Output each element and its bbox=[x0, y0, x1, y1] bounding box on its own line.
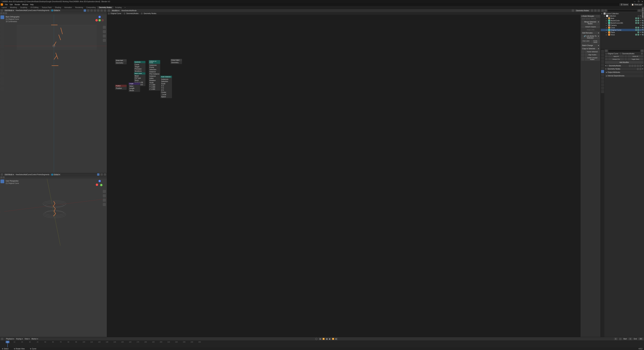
wrangler-detach-outputs[interactable]: Detach Outputs bbox=[581, 25, 600, 28]
overlay-toggle-icon[interactable] bbox=[100, 173, 103, 176]
node-group_output[interactable]: Group OutputGeometry bbox=[170, 59, 182, 64]
tool-draw[interactable] bbox=[0, 50, 4, 54]
wrangler-copy-to-selected[interactable]: Copy to Selected▾ bbox=[581, 47, 600, 50]
node-canvas[interactable]: Group InputGeometrySubdivideCurveTargetP… bbox=[107, 15, 580, 337]
wrangler-align-nodes[interactable]: Align Nodes bbox=[585, 53, 600, 56]
tool-handle[interactable] bbox=[0, 81, 4, 85]
play-icon[interactable]: ▶ bbox=[328, 338, 331, 340]
menu-select[interactable]: Select bbox=[125, 10, 130, 11]
pan-icon[interactable] bbox=[103, 30, 106, 33]
menu-segments[interactable]: Segments bbox=[42, 9, 49, 11]
wrangler-icon[interactable] bbox=[581, 56, 584, 61]
workspace-tab-geometry-nodes[interactable]: Geometry Nodes bbox=[97, 6, 113, 9]
prop-tab-constraint[interactable] bbox=[601, 80, 604, 83]
xray-toggle-icon[interactable] bbox=[90, 9, 93, 12]
node-scale_inst[interactable]: Scale InstancesInstancesSelectionScaleX … bbox=[160, 76, 172, 98]
tool-measure[interactable] bbox=[0, 45, 4, 48]
tool-rotate[interactable] bbox=[0, 192, 4, 196]
pin-icon[interactable] bbox=[641, 53, 643, 55]
prop-tab-modifier[interactable] bbox=[601, 70, 604, 73]
menu-render[interactable]: Render bbox=[14, 3, 21, 6]
menu-add[interactable]: Add bbox=[130, 10, 133, 11]
axis-z-icon[interactable]: Z bbox=[98, 16, 101, 18]
auto-keying-icon[interactable] bbox=[315, 338, 317, 340]
wrangler-modify-labels[interactable]: Modify Labels bbox=[591, 40, 600, 44]
prop-tab-physics[interactable] bbox=[601, 77, 604, 80]
editor-type-icon[interactable] bbox=[1, 173, 3, 176]
select-mode-icon[interactable] bbox=[0, 176, 2, 178]
keyframe-next-icon[interactable]: ⏩ bbox=[332, 338, 334, 340]
workspace-tab-texture-paint[interactable]: Texture Paint bbox=[40, 6, 53, 9]
start-frame-field[interactable]: 1 bbox=[628, 338, 632, 340]
viewport-vis-button[interactable]: Viewport Vis bbox=[608, 58, 624, 60]
shading-solid-icon[interactable] bbox=[104, 173, 106, 176]
menu-edit[interactable]: Edit bbox=[9, 3, 14, 6]
menu-select[interactable]: Select bbox=[19, 9, 24, 11]
fake-user-icon[interactable] bbox=[594, 9, 596, 12]
prop-tab-data[interactable] bbox=[601, 83, 604, 86]
axis-y-icon[interactable]: Y bbox=[98, 19, 101, 21]
curve-segment[interactable] bbox=[56, 53, 58, 59]
workspace-tab-sculpting[interactable]: Sculpting bbox=[18, 6, 29, 9]
menu-view[interactable]: View bbox=[121, 10, 125, 11]
menu-view[interactable]: View bbox=[16, 9, 19, 11]
tool-annotate[interactable] bbox=[0, 205, 4, 208]
curve-segment[interactable] bbox=[52, 65, 58, 66]
tree-item-original-curve[interactable]: ▾Original Curve👁📷 bbox=[601, 29, 644, 31]
wrangler-frame-selected[interactable]: Frame Selected bbox=[585, 50, 600, 53]
prop-tab-texture[interactable] bbox=[601, 90, 604, 93]
menu-add[interactable]: Add bbox=[24, 9, 27, 11]
tree-collection[interactable]: ▾Collection☑👁📷 bbox=[601, 15, 644, 17]
tree-item-beziercircle[interactable]: ▸BezierCircle👁📷 bbox=[601, 19, 644, 22]
mode-selector[interactable]: Edit Mode ▾ bbox=[4, 9, 14, 11]
menu-help[interactable]: Help bbox=[29, 3, 35, 6]
node-header[interactable]: Mesh Circle bbox=[134, 72, 146, 75]
tool-tilt[interactable] bbox=[0, 227, 4, 231]
node-position[interactable]: PositionPosition bbox=[115, 85, 127, 90]
nodegroup-selector[interactable]: Geometry Nodes bbox=[575, 9, 590, 12]
viewport-top-canvas[interactable] bbox=[0, 14, 107, 173]
mod-delete-icon[interactable]: ✕ bbox=[642, 65, 643, 67]
curve-segment[interactable] bbox=[54, 55, 57, 59]
close-icon[interactable]: ✕ bbox=[642, 1, 643, 2]
tool-extrude[interactable] bbox=[0, 219, 4, 222]
zoom-icon[interactable] bbox=[103, 26, 106, 29]
wrangler-add-reroutes[interactable]: Add Reroutes▾ bbox=[581, 31, 600, 34]
zoom-icon[interactable] bbox=[103, 190, 106, 193]
orientation-selector[interactable]: 🌐 Global ▾ bbox=[50, 9, 60, 11]
menu-segments[interactable]: Segments bbox=[42, 174, 49, 175]
breadcrumb-item[interactable]: Original Curve bbox=[110, 12, 121, 14]
workspace-tab-animation[interactable]: Animation bbox=[63, 6, 74, 9]
wrangler-delete-unused-nodes[interactable]: Delete Unused Nodes bbox=[585, 56, 600, 61]
prop-tab-view[interactable] bbox=[601, 57, 604, 60]
menu-window[interactable]: Window bbox=[21, 3, 29, 6]
jump-start-icon[interactable]: ⏮ bbox=[319, 338, 322, 340]
prop-tab-material[interactable] bbox=[601, 87, 604, 90]
menu-control-points[interactable]: Control Points bbox=[31, 9, 42, 11]
options-icon[interactable] bbox=[641, 50, 643, 52]
toggle-stack-icon[interactable] bbox=[624, 58, 627, 60]
current-frame-field[interactable]: 1 bbox=[614, 338, 618, 340]
modifier-name-field[interactable]: GeometryNodes bbox=[608, 64, 628, 67]
modifier-header[interactable]: ▾ ⬡ GeometryNodes ✕ bbox=[605, 64, 643, 67]
add-workspace-button[interactable]: + bbox=[123, 6, 127, 9]
tool-knife[interactable] bbox=[0, 251, 4, 255]
prop-tab-world[interactable] bbox=[601, 63, 604, 66]
nav-gizmo[interactable]: Z Y bbox=[96, 180, 104, 188]
nodegroup-selector[interactable]: Geometry Nodes bbox=[607, 68, 636, 70]
node-length[interactable]: LengthValue ·LengthVector bbox=[128, 82, 140, 92]
editor-type-icon[interactable] bbox=[602, 9, 604, 12]
tool-shear[interactable] bbox=[0, 231, 4, 235]
shading-solid-icon[interactable] bbox=[97, 9, 100, 12]
axis-x-icon[interactable] bbox=[96, 183, 98, 186]
tool-rotate[interactable] bbox=[0, 28, 4, 32]
orientation-selector[interactable]: 🌐 Global ▾ bbox=[50, 174, 60, 176]
wrangler-clear-label[interactable]: Clear Label bbox=[581, 40, 590, 44]
tool-draw[interactable] bbox=[0, 214, 4, 218]
shading-wireframe-icon[interactable] bbox=[94, 9, 96, 12]
tool-annotate[interactable] bbox=[0, 40, 4, 44]
menu-select[interactable]: Select bbox=[19, 174, 24, 175]
tool-pen[interactable] bbox=[0, 241, 4, 245]
unlink-icon[interactable] bbox=[598, 9, 600, 12]
tool-radius[interactable] bbox=[0, 59, 4, 62]
